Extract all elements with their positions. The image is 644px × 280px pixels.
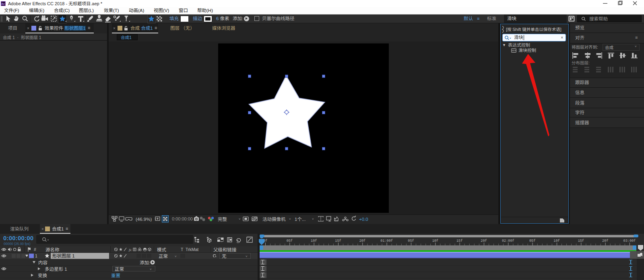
svg-text:05f: 05f bbox=[287, 239, 293, 243]
svg-text:15f: 15f bbox=[578, 239, 584, 243]
svg-text:变换: 变换 bbox=[38, 273, 47, 278]
svg-text:+0.0: +0.0 bbox=[359, 217, 368, 222]
svg-text:05f: 05f bbox=[529, 239, 535, 243]
svg-text:内容: 内容 bbox=[38, 260, 47, 265]
svg-text:正常: 正常 bbox=[115, 267, 124, 272]
svg-text:源名称: 源名称 bbox=[45, 247, 60, 252]
svg-text:˅: ˅ bbox=[312, 217, 314, 221]
svg-text:˅: ˅ bbox=[150, 268, 152, 271]
svg-text:重置: 重置 bbox=[111, 273, 120, 278]
svg-text:T: T bbox=[181, 247, 184, 252]
svg-text:添加:: 添加: bbox=[140, 260, 150, 265]
svg-text:完整: 完整 bbox=[218, 217, 227, 222]
svg-text:˅: ˅ bbox=[175, 255, 177, 258]
svg-text:03:00f: 03:00f bbox=[623, 239, 636, 243]
svg-text:活动摄像机: 活动摄像机 bbox=[262, 217, 286, 222]
svg-text:˅: ˅ bbox=[239, 217, 241, 221]
svg-text:fx: fx bbox=[129, 248, 132, 252]
svg-text:10f: 10f bbox=[432, 239, 438, 243]
svg-text:10f: 10f bbox=[311, 239, 317, 243]
svg-text:正常: 正常 bbox=[159, 254, 168, 259]
svg-text:1个...: 1个... bbox=[295, 217, 305, 222]
svg-text:多边星形 1: 多边星形 1 bbox=[45, 267, 67, 272]
svg-text:15f: 15f bbox=[456, 239, 462, 243]
svg-text:#: # bbox=[34, 247, 36, 252]
svg-text:05f: 05f bbox=[408, 239, 414, 243]
svg-text:0:00:00:00: 0:00:00:00 bbox=[172, 216, 193, 221]
svg-text:˅: ˅ bbox=[289, 217, 291, 221]
svg-text:20f: 20f bbox=[359, 239, 365, 243]
svg-text:01:00f: 01:00f bbox=[380, 239, 393, 243]
svg-text:TrkMat: TrkMat bbox=[186, 247, 198, 252]
svg-text:˅: ˅ bbox=[246, 255, 248, 258]
svg-text:形状图层 1: 形状图层 1 bbox=[52, 253, 75, 258]
svg-text:1: 1 bbox=[35, 253, 37, 258]
svg-text:10f: 10f bbox=[553, 239, 559, 243]
svg-text:父级和链接: 父级和链接 bbox=[213, 247, 237, 252]
svg-text:20f: 20f bbox=[602, 239, 608, 243]
svg-text:20f: 20f bbox=[481, 239, 487, 243]
svg-text:15f: 15f bbox=[335, 239, 341, 243]
svg-text:无: 无 bbox=[222, 254, 227, 259]
svg-text:模式: 模式 bbox=[157, 247, 166, 252]
svg-text:02:00f: 02:00f bbox=[502, 239, 514, 243]
svg-text:(46.9%): (46.9%) bbox=[136, 217, 152, 222]
